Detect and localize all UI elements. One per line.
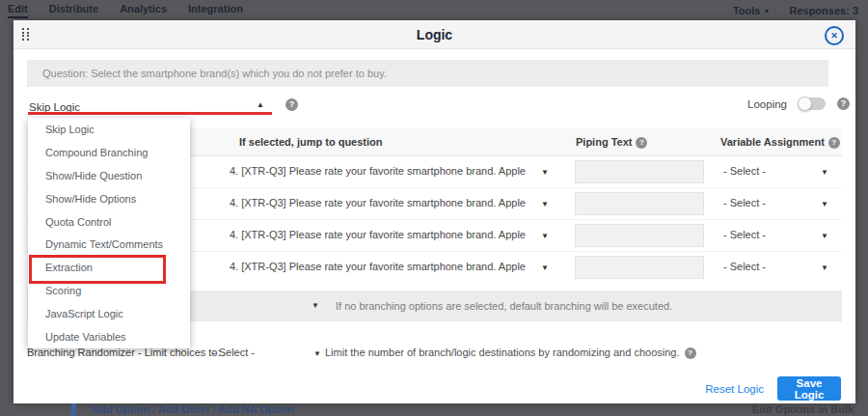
modal-footer: Reset Logic Save Logic (14, 373, 855, 403)
nav-tabs: Edit Distribute Analytics Integration (0, 3, 243, 18)
chevron-down-icon: ▼ (541, 263, 549, 272)
tools-menu[interactable]: Tools ▼ (733, 5, 771, 16)
header-jump-to-question: If selected, jump to question (239, 136, 383, 148)
responses-count[interactable]: Responses: 3 (789, 5, 858, 16)
help-icon[interactable]: ? (285, 98, 298, 111)
logic-modal: Logic ✕ Question: Select the smartphone … (14, 20, 855, 403)
looping-label: Looping (747, 98, 787, 110)
default-branching-note: If no branching options are selected, de… (336, 300, 672, 312)
menu-item-label: Extraction (45, 262, 93, 273)
menu-item-extraction[interactable]: Extraction (28, 256, 190, 279)
menu-item-label: Scoring (45, 285, 81, 296)
chevron-down-icon: ▼ (541, 168, 549, 177)
chevron-down-icon: ▼ (313, 349, 321, 358)
looping-control: Looping ? (747, 97, 850, 110)
menu-item-label: Show/Hide Options (45, 193, 136, 205)
menu-item-javascript-logic[interactable]: JavaScript Logic (28, 302, 190, 325)
variable-assignment-select[interactable]: - Select - (723, 197, 766, 208)
menu-item-update-variables[interactable]: Update Variables (28, 325, 190, 348)
looping-toggle[interactable] (799, 97, 826, 110)
nav-tab-integration[interactable]: Integration (188, 3, 243, 18)
piping-text-input[interactable] (575, 192, 704, 215)
menu-item-show-hide-question[interactable]: Show/Hide Question (28, 164, 190, 187)
menu-item-compound-branching[interactable]: Compound Branching (28, 141, 190, 164)
modal-title: Logic (14, 27, 855, 42)
chevron-up-icon: ▲ (257, 100, 264, 109)
menu-item-show-hide-options[interactable]: Show/Hide Options (28, 187, 190, 210)
toggle-knob (798, 97, 812, 111)
top-nav-right: Tools ▼ Responses: 3 (733, 0, 858, 20)
menu-item-scoring[interactable]: Scoring (28, 279, 190, 302)
chevron-down-icon: ▼ (821, 168, 828, 177)
variable-assignment-select[interactable]: - Select - (723, 229, 766, 240)
add-option-links[interactable]: Add Option / Add Other / Add NA Option (92, 403, 294, 415)
header-piping-text: Piping Text? (576, 136, 647, 149)
nav-tab-edit[interactable]: Edit (8, 3, 28, 18)
chevron-down-icon: ▼ (764, 8, 771, 14)
menu-item-label: Dynamic Text/Comments (45, 238, 163, 250)
help-icon[interactable]: ? (828, 137, 840, 149)
menu-item-label: Update Variables (45, 331, 126, 343)
modal-header: Logic ✕ (14, 20, 855, 49)
header-variable-assignment: Variable Assignment? (720, 136, 840, 149)
variable-assignment-select[interactable]: - Select - (723, 165, 766, 177)
screen: Edit Distribute Analytics Integration To… (0, 0, 868, 416)
reset-logic-link[interactable]: Reset Logic (705, 383, 764, 395)
piping-text-input[interactable] (575, 256, 704, 279)
chevron-down-icon[interactable]: ▼ (312, 301, 319, 310)
piping-text-input[interactable] (575, 224, 704, 247)
menu-item-skip-logic[interactable]: Skip Logic (28, 118, 190, 141)
piping-text-input[interactable] (575, 160, 704, 183)
question-text: Question: Select the smartphone brand(s)… (27, 60, 828, 87)
jump-question-select[interactable]: 4. [XTR-Q3] Please rate your favorite sm… (230, 165, 526, 177)
edit-options-in-bulk[interactable]: Edit Options in Bulk (752, 403, 854, 415)
jump-question-select[interactable]: 4. [XTR-Q3] Please rate your favorite sm… (230, 261, 526, 272)
variable-assignment-select[interactable]: - Select - (723, 261, 766, 272)
menu-item-quota-control[interactable]: Quota Control (28, 210, 190, 234)
jump-question-select[interactable]: 4. [XTR-Q3] Please rate your favorite sm… (230, 197, 526, 208)
background-page-strip: Add Option / Add Other / Add NA Option E… (0, 403, 868, 416)
menu-item-dynamic-text-comments[interactable]: Dynamic Text/Comments (28, 234, 190, 257)
jump-question-select[interactable]: 4. [XTR-Q3] Please rate your favorite sm… (230, 229, 526, 240)
menu-item-label: Show/Hide Question (45, 170, 142, 181)
menu-item-label: Compound Branching (45, 147, 148, 158)
chevron-down-icon: ▼ (541, 232, 549, 240)
question-accent-bar (71, 403, 76, 416)
chevron-down-icon: ▼ (541, 200, 549, 208)
close-icon[interactable]: ✕ (825, 26, 844, 45)
menu-item-label: JavaScript Logic (45, 308, 123, 319)
chevron-down-icon: ▼ (821, 232, 828, 240)
menu-item-label: Skip Logic (45, 124, 95, 135)
chevron-down-icon: ▼ (821, 200, 828, 208)
red-annotation-underline (28, 112, 272, 115)
randomizer-select[interactable]: - Select - (212, 347, 255, 358)
help-icon[interactable]: ? (636, 137, 647, 149)
save-logic-button[interactable]: Save Logic (777, 376, 841, 401)
top-nav: Edit Distribute Analytics Integration To… (0, 0, 868, 20)
nav-tab-distribute[interactable]: Distribute (49, 3, 98, 18)
help-icon[interactable]: ? (837, 97, 850, 110)
logic-type-menu: Skip Logic Compound Branching Show/Hide … (28, 118, 190, 348)
menu-item-label: Quota Control (45, 216, 111, 228)
nav-tab-analytics[interactable]: Analytics (120, 3, 167, 18)
help-icon[interactable]: ? (685, 347, 696, 359)
randomizer-note: Limit the number of branch/logic destina… (325, 347, 696, 359)
chevron-down-icon: ▼ (821, 263, 828, 272)
